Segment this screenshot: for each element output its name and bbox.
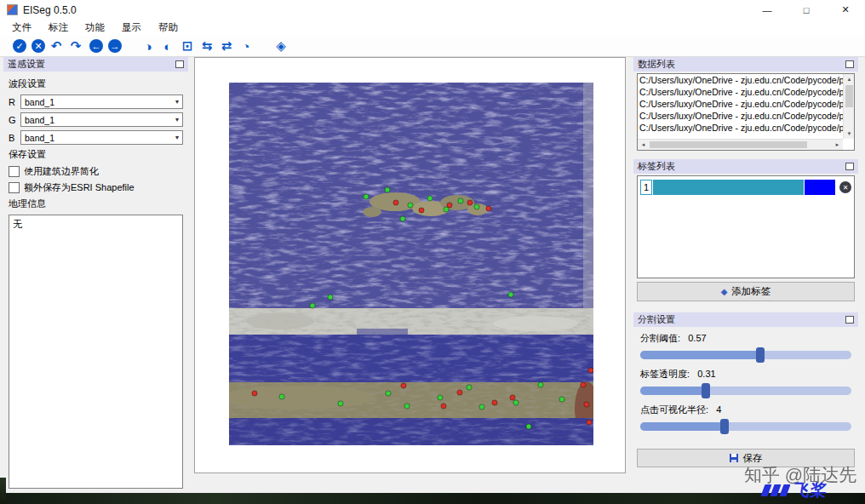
horizontal-scrollbar-thumb[interactable] [650, 141, 807, 148]
menu-item-file[interactable]: 文件 [3, 21, 40, 34]
grid-slice-icon[interactable]: ◈ [272, 38, 289, 54]
screen: EISeg 0.5.0 — □ ✕ 文件标注功能显示帮助 ✓✕↶↷←→◑◐⊡⇆⇄… [0, 0, 865, 504]
image-canvas[interactable] [194, 57, 626, 473]
label-row[interactable]: 1✕ [640, 179, 851, 196]
positive-click-point [479, 404, 484, 410]
geo-section-title: 地理信息 [9, 198, 183, 210]
remote-sensing-panel-header: 遥感设置 [3, 57, 188, 72]
negative-click-point [393, 200, 398, 205]
label-list-panel-header: 标签列表 [633, 159, 858, 174]
label-index: 1 [640, 180, 652, 195]
label-name-cell[interactable] [653, 180, 804, 195]
negative-click-point [419, 208, 424, 213]
band-select-b[interactable]: band_1▾ [20, 130, 183, 145]
data-list-item[interactable]: C:/Users/luxy/OneDrive - zju.edu.cn/Code… [638, 98, 843, 110]
tag-icon: ◆ [721, 287, 728, 296]
desktop-corner [0, 478, 6, 504]
slider-handle[interactable] [720, 419, 729, 434]
add-label-button[interactable]: ◆ 添加标签 [637, 282, 855, 301]
checkbox-label: 额外保存为ESRI Shapefile [24, 181, 135, 194]
data-list-item[interactable]: C:/Users/luxy/OneDrive - zju.edu.cn/Code… [638, 122, 843, 134]
minimize-button[interactable]: — [748, 0, 787, 20]
data-list-panel-header: 数据列表 [633, 57, 858, 72]
logo-text: 飞桨 [792, 479, 829, 501]
data-list-item[interactable]: C:/Users/luxy/OneDrive - zju.edu.cn/Code… [638, 74, 843, 86]
negative-click-point [510, 395, 515, 400]
band-section-title: 波段设置 [9, 77, 183, 90]
negative-click-point [447, 203, 452, 208]
negative-click-point [441, 404, 446, 409]
prev-image-icon[interactable]: ← [89, 39, 103, 53]
next-image-icon[interactable]: → [108, 39, 122, 53]
geo-info-box[interactable]: 无 [9, 215, 183, 489]
menu-bar: 文件标注功能显示帮助 [0, 20, 865, 36]
positive-click-point [538, 382, 543, 387]
fit-window-icon[interactable]: ⊡ [179, 38, 196, 54]
remote-sensing-image[interactable] [229, 83, 593, 445]
menu-item-display[interactable]: 显示 [113, 21, 150, 34]
positive-click-point [526, 424, 531, 429]
positive-click-point [513, 400, 518, 405]
data-list-item[interactable]: C:/Users/luxy/OneDrive - zju.edu.cn/Code… [638, 86, 843, 98]
slider-threshold[interactable] [640, 351, 851, 359]
vertical-scrollbar-thumb[interactable] [845, 85, 853, 107]
save-section-title: 保存设置 [9, 148, 183, 161]
interactive-segment-icon[interactable]: ◑ [140, 38, 157, 54]
app-window: EISeg 0.5.0 — □ ✕ 文件标注功能显示帮助 ✓✕↶↷←→◑◐⊡⇆⇄… [0, 0, 865, 493]
checkbox-0[interactable] [9, 166, 20, 177]
band-select-r[interactable]: band_1▾ [20, 94, 183, 109]
positive-click-point [338, 401, 343, 406]
scroll-right-icon[interactable]: ► [832, 140, 843, 150]
vertical-scrollbar[interactable]: ▲ ▼ [843, 74, 854, 139]
data-list-item[interactable]: C:/Users/luxy/OneDrive - zju.edu.cn/Code… [638, 110, 843, 122]
band-selectors: Rband_1▾Gband_1▾Bband_1▾ [9, 94, 183, 145]
cancel-segment-icon[interactable]: ✕ [32, 39, 45, 53]
slider-opacity[interactable] [640, 387, 851, 395]
scroll-up-icon[interactable]: ▲ [844, 74, 855, 84]
finish-segment-icon[interactable]: ✓ [13, 39, 26, 53]
scroll-down-icon[interactable]: ▼ [844, 129, 855, 139]
float-panel-icon[interactable] [845, 163, 854, 170]
horizontal-scrollbar[interactable]: ◄ ► [638, 139, 843, 150]
close-button[interactable]: ✕ [826, 0, 865, 20]
paddlepaddle-logo: 飞桨 [763, 479, 828, 501]
menu-item-annotate[interactable]: 标注 [40, 21, 77, 34]
negative-click-point [588, 368, 593, 373]
label-color-swatch[interactable] [805, 180, 835, 195]
negative-click-point [486, 206, 491, 211]
largest-component-icon[interactable]: ◔ [238, 38, 255, 54]
band-select-value: band_1 [25, 133, 54, 143]
data-list-rows: C:/Users/luxy/OneDrive - zju.edu.cn/Code… [638, 74, 843, 139]
label-rows: 1✕ [640, 179, 851, 196]
negative-click-point [467, 200, 473, 205]
panel-title: 分割设置 [638, 313, 675, 326]
positive-click-point [328, 295, 333, 300]
float-panel-icon[interactable] [845, 316, 854, 324]
panel-title: 遥感设置 [8, 58, 45, 71]
maximize-button[interactable]: □ [787, 0, 826, 20]
menu-item-help[interactable]: 帮助 [150, 21, 186, 34]
band-select-g[interactable]: band_1▾ [20, 112, 183, 127]
slider-handle[interactable] [756, 347, 765, 363]
data-list: C:/Users/luxy/OneDrive - zju.edu.cn/Code… [637, 73, 855, 151]
slider-radius[interactable] [640, 422, 851, 431]
delete-label-icon[interactable]: ✕ [839, 181, 851, 193]
menu-item-function[interactable]: 功能 [77, 21, 113, 34]
scroll-left-icon[interactable]: ◄ [638, 140, 649, 150]
polygon-edit-icon[interactable]: ◐ [159, 38, 176, 54]
float-panel-icon[interactable] [845, 60, 854, 68]
filter-tool-icon[interactable]: ⇆ [198, 38, 215, 54]
undo-icon[interactable]: ↶ [48, 38, 65, 54]
toolbar: ✓✕↶↷←→◑◐⊡⇆⇄◔◈ [0, 36, 865, 57]
float-panel-icon[interactable] [175, 60, 184, 68]
positive-click-point [508, 292, 513, 297]
positive-click-point [559, 397, 564, 402]
band-select-value: band_1 [25, 115, 54, 125]
checkbox-1[interactable] [9, 182, 20, 193]
redo-icon[interactable]: ↷ [67, 38, 84, 54]
slider-handle[interactable] [702, 383, 710, 398]
logo-p-icon [779, 484, 790, 496]
positive-click-point [310, 303, 315, 308]
filter-tool-2-icon[interactable]: ⇄ [218, 38, 235, 54]
slider-label-radius: 点击可视化半径: 4 [640, 404, 851, 416]
